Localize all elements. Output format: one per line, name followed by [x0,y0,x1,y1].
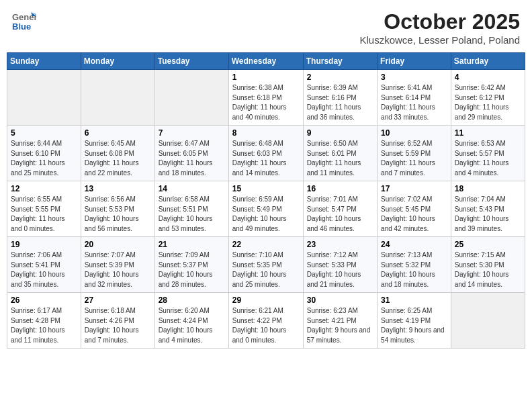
day-info: Sunrise: 6:48 AMSunset: 6:03 PMDaylight:… [232,139,300,178]
day-number: 9 [307,128,373,138]
day-of-week-header: Sunday [7,53,81,70]
day-info: Sunrise: 6:23 AMSunset: 4:21 PMDaylight:… [307,306,373,345]
calendar-cell: 23Sunrise: 7:12 AMSunset: 5:33 PMDayligh… [303,237,377,293]
day-of-week-header: Tuesday [154,53,228,70]
day-info: Sunrise: 7:07 AMSunset: 5:39 PMDaylight:… [85,250,151,289]
day-number: 16 [307,184,373,193]
calendar-cell: 25Sunrise: 7:15 AMSunset: 5:30 PMDayligh… [451,237,525,293]
calendar-cell: 16Sunrise: 7:01 AMSunset: 5:47 PMDayligh… [303,181,377,237]
day-number: 2 [307,73,373,82]
calendar-week-row: 1Sunrise: 6:38 AMSunset: 6:18 PMDaylight… [7,70,525,126]
calendar-cell: 28Sunrise: 6:20 AMSunset: 4:24 PMDayligh… [154,293,228,349]
day-of-week-header: Saturday [451,53,525,70]
day-info: Sunrise: 6:20 AMSunset: 4:24 PMDaylight:… [159,306,225,345]
day-number: 12 [11,184,77,193]
calendar-week-row: 19Sunrise: 7:06 AMSunset: 5:41 PMDayligh… [7,237,525,293]
day-info: Sunrise: 6:44 AMSunset: 6:10 PMDaylight:… [11,139,77,178]
calendar-cell: 12Sunrise: 6:55 AMSunset: 5:55 PMDayligh… [7,181,81,237]
calendar-cell [81,70,154,126]
day-of-week-header: Thursday [303,53,377,70]
day-info: Sunrise: 6:58 AMSunset: 5:51 PMDaylight:… [159,195,225,234]
calendar-cell: 19Sunrise: 7:06 AMSunset: 5:41 PMDayligh… [7,237,81,293]
title-block: October 2025 Kluszkowce, Lesser Poland, … [360,9,520,46]
day-number: 26 [11,295,77,305]
day-number: 18 [455,184,521,193]
calendar-table: SundayMondayTuesdayWednesdayThursdayFrid… [7,52,525,349]
logo: General Blue [12,9,36,36]
day-number: 25 [455,240,521,249]
calendar-header-row: SundayMondayTuesdayWednesdayThursdayFrid… [7,53,525,70]
location-title: Kluszkowce, Lesser Poland, Poland [360,34,520,46]
calendar-cell [7,70,81,126]
day-info: Sunrise: 7:12 AMSunset: 5:33 PMDaylight:… [307,250,373,289]
calendar-cell: 27Sunrise: 6:18 AMSunset: 4:26 PMDayligh… [81,293,154,349]
calendar-cell: 4Sunrise: 6:42 AMSunset: 6:12 PMDaylight… [451,70,525,126]
day-info: Sunrise: 7:02 AMSunset: 5:45 PMDaylight:… [381,195,447,234]
day-info: Sunrise: 7:13 AMSunset: 5:32 PMDaylight:… [381,250,447,289]
day-info: Sunrise: 6:56 AMSunset: 5:53 PMDaylight:… [85,195,151,234]
calendar-cell: 6Sunrise: 6:45 AMSunset: 6:08 PMDaylight… [81,126,154,181]
day-info: Sunrise: 6:17 AMSunset: 4:28 PMDaylight:… [11,306,77,345]
day-number: 23 [307,240,373,249]
day-number: 15 [232,184,300,193]
calendar-cell: 9Sunrise: 6:50 AMSunset: 6:01 PMDaylight… [303,126,377,181]
day-info: Sunrise: 6:50 AMSunset: 6:01 PMDaylight:… [307,139,373,178]
day-number: 24 [381,240,447,249]
day-info: Sunrise: 6:21 AMSunset: 4:22 PMDaylight:… [232,306,300,345]
calendar-cell: 22Sunrise: 7:10 AMSunset: 5:35 PMDayligh… [228,237,303,293]
day-info: Sunrise: 6:25 AMSunset: 4:19 PMDaylight:… [381,306,447,345]
day-number: 1 [232,73,300,82]
svg-text:Blue: Blue [12,21,31,32]
day-number: 20 [85,240,151,249]
calendar-cell: 7Sunrise: 6:47 AMSunset: 6:05 PMDaylight… [154,126,228,181]
calendar-cell: 3Sunrise: 6:41 AMSunset: 6:14 PMDaylight… [378,70,451,126]
calendar-cell: 24Sunrise: 7:13 AMSunset: 5:32 PMDayligh… [378,237,451,293]
day-info: Sunrise: 6:59 AMSunset: 5:49 PMDaylight:… [232,195,300,234]
day-number: 17 [381,184,447,193]
day-number: 27 [85,295,151,305]
calendar-cell: 31Sunrise: 6:25 AMSunset: 4:19 PMDayligh… [378,293,451,349]
day-info: Sunrise: 7:15 AMSunset: 5:30 PMDaylight:… [455,250,521,289]
calendar-cell: 11Sunrise: 6:53 AMSunset: 5:57 PMDayligh… [451,126,525,181]
day-of-week-header: Wednesday [228,53,303,70]
calendar-cell: 18Sunrise: 7:04 AMSunset: 5:43 PMDayligh… [451,181,525,237]
calendar-cell: 26Sunrise: 6:17 AMSunset: 4:28 PMDayligh… [7,293,81,349]
day-number: 19 [11,240,77,249]
day-number: 11 [455,128,521,138]
day-number: 10 [381,128,447,138]
calendar-cell: 10Sunrise: 6:52 AMSunset: 5:59 PMDayligh… [378,126,451,181]
calendar-week-row: 12Sunrise: 6:55 AMSunset: 5:55 PMDayligh… [7,181,525,237]
calendar-week-row: 26Sunrise: 6:17 AMSunset: 4:28 PMDayligh… [7,293,525,349]
calendar-cell: 14Sunrise: 6:58 AMSunset: 5:51 PMDayligh… [154,181,228,237]
day-info: Sunrise: 7:09 AMSunset: 5:37 PMDaylight:… [159,250,225,289]
day-number: 3 [381,73,447,82]
day-info: Sunrise: 6:55 AMSunset: 5:55 PMDaylight:… [11,195,77,234]
day-number: 5 [11,128,77,138]
calendar-cell: 20Sunrise: 7:07 AMSunset: 5:39 PMDayligh… [81,237,154,293]
calendar-cell [451,293,525,349]
calendar-cell: 29Sunrise: 6:21 AMSunset: 4:22 PMDayligh… [228,293,303,349]
day-number: 29 [232,295,300,305]
calendar-cell [154,70,228,126]
day-info: Sunrise: 6:53 AMSunset: 5:57 PMDaylight:… [455,139,521,178]
page-header: General Blue October 2025 Kluszkowce, Le… [7,7,525,48]
day-of-week-header: Monday [81,53,154,70]
calendar-week-row: 5Sunrise: 6:44 AMSunset: 6:10 PMDaylight… [7,126,525,181]
calendar-cell: 5Sunrise: 6:44 AMSunset: 6:10 PMDaylight… [7,126,81,181]
day-info: Sunrise: 6:47 AMSunset: 6:05 PMDaylight:… [159,139,225,178]
day-info: Sunrise: 7:10 AMSunset: 5:35 PMDaylight:… [232,250,300,289]
day-info: Sunrise: 7:04 AMSunset: 5:43 PMDaylight:… [455,195,521,234]
day-info: Sunrise: 7:01 AMSunset: 5:47 PMDaylight:… [307,195,373,234]
day-number: 22 [232,240,300,249]
day-info: Sunrise: 6:38 AMSunset: 6:18 PMDaylight:… [232,83,300,122]
day-number: 13 [85,184,151,193]
calendar-cell: 30Sunrise: 6:23 AMSunset: 4:21 PMDayligh… [303,293,377,349]
day-info: Sunrise: 6:41 AMSunset: 6:14 PMDaylight:… [381,83,447,122]
day-info: Sunrise: 6:42 AMSunset: 6:12 PMDaylight:… [455,83,521,122]
day-info: Sunrise: 6:18 AMSunset: 4:26 PMDaylight:… [85,306,151,345]
calendar-cell: 1Sunrise: 6:38 AMSunset: 6:18 PMDaylight… [228,70,303,126]
day-number: 21 [159,240,225,249]
day-number: 7 [159,128,225,138]
day-number: 31 [381,295,447,305]
month-title: October 2025 [360,9,520,34]
